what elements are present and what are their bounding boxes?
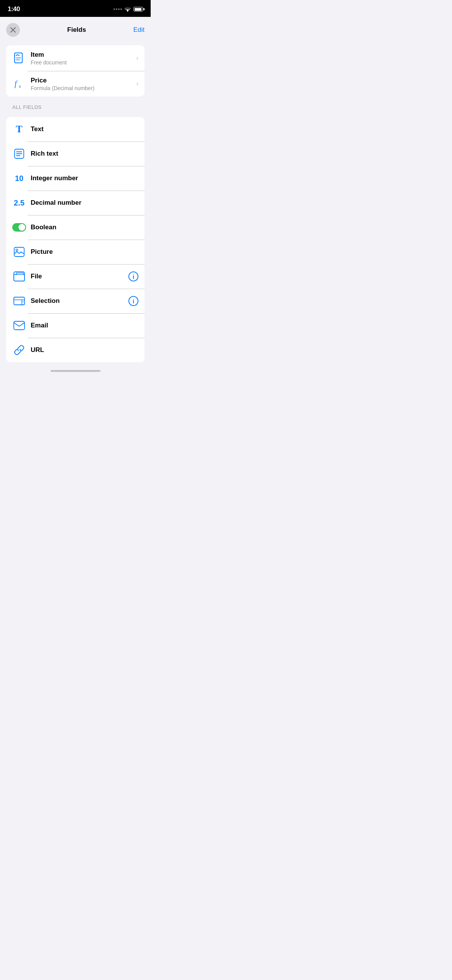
pinned-item-item[interactable]: Item Free document › (6, 45, 145, 71)
boolean-icon (12, 220, 26, 234)
toggle-icon (12, 223, 26, 232)
integer-icon: 10 (12, 171, 26, 185)
app-container: Fields Edit Item Free document › (0, 17, 151, 374)
home-indicator (0, 367, 151, 374)
url-icon (12, 343, 26, 357)
selection-info-badge[interactable]: i (128, 296, 138, 306)
rich-text-icon (12, 147, 26, 161)
signal-icon (113, 8, 122, 10)
rich-text-label: Rich text (31, 150, 138, 158)
svg-text:f: f (15, 79, 18, 88)
decimal-icon: 2.5 (12, 196, 26, 210)
pinned-items-section: Item Free document › f x Price Formula (… (6, 45, 145, 97)
battery-icon (133, 7, 143, 12)
item-subtitle: Free document (31, 59, 133, 66)
field-decimal[interactable]: 2.5 Decimal number (6, 191, 145, 215)
field-rich-text[interactable]: Rich text (6, 141, 145, 166)
svg-point-13 (16, 249, 18, 251)
item-title: Item (31, 51, 133, 59)
chevron-icon: › (136, 54, 138, 62)
close-icon (10, 27, 16, 33)
item-content: Item Free document (31, 51, 133, 66)
text-content: Text (31, 125, 138, 133)
pinned-item-price[interactable]: f x Price Formula (Decimal number) › (6, 71, 145, 97)
boolean-content: Boolean (31, 223, 138, 232)
price-content: Price Formula (Decimal number) (31, 76, 133, 91)
decimal-label: Decimal number (31, 199, 138, 207)
rich-text-content: Rich text (31, 150, 138, 158)
svg-text:x: x (19, 84, 21, 89)
picture-label: Picture (31, 248, 138, 256)
file-icon (12, 270, 26, 283)
wifi-icon (124, 7, 131, 12)
all-fields-label: ALL FIELDS (0, 101, 151, 112)
home-indicator-bar (51, 370, 100, 372)
url-content: URL (31, 346, 138, 354)
status-bar: 1:40 (0, 0, 151, 17)
formula-icon: f x (12, 77, 26, 91)
svg-marker-19 (23, 301, 24, 303)
text-icon: T (12, 122, 26, 136)
close-button[interactable] (6, 23, 20, 37)
field-integer[interactable]: 10 Integer number (6, 166, 145, 191)
edit-button[interactable]: Edit (133, 26, 145, 34)
page-title: Fields (67, 26, 86, 34)
all-fields-section: T Text Rich text 10 (6, 117, 145, 362)
chevron-icon: › (136, 80, 138, 88)
svg-rect-15 (14, 275, 25, 281)
field-picture[interactable]: Picture (6, 240, 145, 264)
integer-label: Integer number (31, 174, 138, 183)
selection-label: Selection (31, 297, 125, 305)
url-label: URL (31, 346, 138, 354)
selection-icon (12, 294, 26, 308)
decimal-content: Decimal number (31, 199, 138, 207)
svg-rect-16 (14, 297, 25, 305)
svg-rect-12 (14, 247, 24, 257)
field-text[interactable]: T Text (6, 117, 145, 141)
picture-content: Picture (31, 248, 138, 256)
boolean-label: Boolean (31, 223, 138, 232)
email-icon (12, 319, 26, 332)
integer-content: Integer number (31, 174, 138, 183)
selection-content: Selection (31, 297, 125, 305)
price-subtitle: Formula (Decimal number) (31, 85, 133, 91)
file-content: File (31, 272, 125, 281)
field-selection[interactable]: Selection i (6, 289, 145, 313)
picture-icon (12, 245, 26, 259)
field-boolean[interactable]: Boolean (6, 215, 145, 240)
file-info-badge[interactable]: i (128, 271, 138, 281)
text-label: Text (31, 125, 138, 133)
svg-point-0 (127, 11, 128, 12)
field-email[interactable]: Email (6, 313, 145, 338)
document-icon (12, 51, 26, 65)
field-file[interactable]: File i (6, 264, 145, 289)
price-title: Price (31, 76, 133, 85)
status-icons (113, 7, 143, 12)
field-url[interactable]: URL (6, 338, 145, 362)
svg-rect-20 (14, 321, 25, 330)
file-label: File (31, 272, 125, 281)
email-content: Email (31, 321, 138, 330)
email-label: Email (31, 321, 138, 330)
nav-bar: Fields Edit (0, 17, 151, 41)
status-time: 1:40 (8, 5, 20, 13)
